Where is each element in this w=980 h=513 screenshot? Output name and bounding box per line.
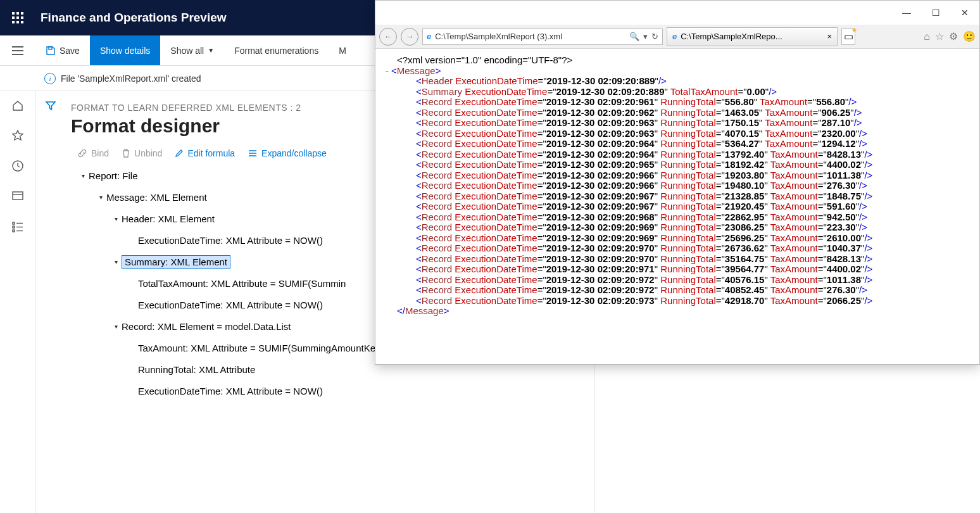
- nav-toggle[interactable]: [0, 35, 35, 65]
- save-button[interactable]: Save: [35, 35, 90, 65]
- caret-icon[interactable]: ▾: [111, 323, 120, 330]
- show-all-button[interactable]: Show all ▼: [160, 35, 224, 65]
- browser-tab[interactable]: e C:\Temp\SampleXmlRepo... ×: [667, 27, 838, 46]
- app-title: Finance and Operations Preview: [35, 11, 227, 25]
- filter-column: [35, 91, 66, 513]
- filter-icon[interactable]: [45, 100, 56, 513]
- edit-formula-button[interactable]: Edit formula: [175, 148, 235, 158]
- nav-back[interactable]: ←: [379, 28, 397, 46]
- expand-collapse-button[interactable]: Expand/collapse: [248, 148, 327, 158]
- unbind-button[interactable]: Unbind: [122, 148, 162, 158]
- tree-label: Report: File: [89, 170, 138, 181]
- ie-titlebar[interactable]: — ☐ ✕: [375, 1, 979, 25]
- svg-rect-16: [13, 192, 23, 200]
- nav-rail: [0, 91, 35, 513]
- show-details-button[interactable]: Show details: [90, 35, 160, 65]
- info-message: File 'SampleXmlReport.xml' created: [61, 73, 201, 84]
- pencil-icon: [175, 149, 184, 158]
- svg-rect-18: [13, 222, 15, 224]
- tree-label: ExecutionDateTime: XML Attribute = NOW(): [138, 386, 323, 396]
- trash-icon: [122, 148, 130, 158]
- home-icon[interactable]: ⌂: [924, 31, 930, 42]
- ie-logo-icon: e: [672, 32, 677, 41]
- chevron-down-icon: ▼: [208, 47, 214, 54]
- nav-forward[interactable]: →: [401, 28, 418, 46]
- tools-icon[interactable]: ⚙: [949, 30, 958, 42]
- dropdown-icon[interactable]: ▾: [643, 32, 648, 41]
- waffle-icon: [12, 12, 23, 23]
- tree-label: Header: XML Element: [122, 213, 215, 224]
- svg-rect-1: [16, 12, 19, 15]
- format-enumerations-button[interactable]: Format enumerations: [224, 35, 329, 65]
- waffle-menu[interactable]: [0, 0, 35, 35]
- svg-rect-4: [16, 16, 19, 19]
- tree-label: Record: XML Element = model.Data.List: [122, 321, 291, 332]
- list-icon: [248, 149, 258, 157]
- ie-toolbar: ← → e C:\Temp\SampleXmlReport (3).xml 🔍▾…: [375, 25, 979, 49]
- svg-rect-7: [16, 21, 19, 23]
- tree-node[interactable]: ExecutionDateTime: XML Attribute = NOW(): [79, 380, 594, 402]
- save-icon: [46, 46, 56, 56]
- svg-rect-14: [49, 47, 52, 49]
- svg-rect-6: [12, 21, 15, 23]
- tree-label: RunningTotal: XML Attribute: [138, 364, 255, 375]
- bind-button[interactable]: Bind: [77, 148, 109, 158]
- xml-viewer[interactable]: <?xml version="1.0" encoding="UTF-8"?>-<…: [375, 49, 979, 364]
- home-icon[interactable]: [11, 99, 24, 114]
- workspace-icon[interactable]: [11, 190, 24, 205]
- caret-icon[interactable]: ▾: [111, 215, 120, 222]
- caret-icon[interactable]: ▾: [79, 172, 87, 179]
- recent-icon[interactable]: [11, 160, 24, 175]
- hamburger-icon: [12, 46, 23, 55]
- caret-icon[interactable]: ▾: [111, 258, 120, 265]
- smiley-icon[interactable]: 🙂: [963, 30, 976, 42]
- address-bar[interactable]: e C:\Temp\SampleXmlReport (3).xml 🔍▾↻: [422, 28, 663, 45]
- svg-rect-19: [13, 226, 15, 228]
- refresh-icon[interactable]: ↻: [651, 32, 658, 41]
- new-tab-button[interactable]: ▭★: [841, 28, 855, 45]
- favorite-icon[interactable]: [11, 129, 24, 144]
- modules-icon[interactable]: [11, 220, 24, 236]
- link-icon: [77, 148, 87, 158]
- svg-rect-5: [21, 16, 23, 19]
- window-close[interactable]: ✕: [950, 1, 979, 25]
- info-icon: i: [44, 73, 56, 84]
- ie-window: — ☐ ✕ ← → e C:\Temp\SampleXmlReport (3).…: [375, 0, 980, 365]
- tree-label: ExecutionDateTime: XML Attribute = NOW(): [138, 235, 323, 246]
- search-icon[interactable]: 🔍: [629, 32, 639, 41]
- svg-rect-3: [12, 16, 15, 19]
- tree-label: Message: XML Element: [106, 192, 207, 203]
- tree-label: TotalTaxAmount: XML Attribute = SUMIF(Su…: [138, 278, 346, 289]
- more-button[interactable]: M: [329, 35, 356, 65]
- svg-rect-2: [21, 12, 23, 15]
- tab-close-icon[interactable]: ×: [827, 32, 832, 41]
- ie-logo-icon: e: [427, 32, 431, 41]
- favorites-icon[interactable]: ☆: [935, 30, 944, 42]
- caret-icon[interactable]: ▾: [96, 194, 105, 201]
- svg-rect-8: [21, 21, 23, 23]
- window-minimize[interactable]: —: [892, 1, 921, 25]
- svg-rect-20: [13, 230, 15, 232]
- svg-rect-0: [12, 12, 15, 15]
- tab-title: C:\Temp\SampleXmlRepo...: [681, 32, 823, 41]
- tree-label: ExecutionDateTime: XML Attribute = NOW(): [138, 300, 323, 310]
- tree-label: Summary: XML Element: [122, 255, 230, 269]
- window-maximize[interactable]: ☐: [921, 1, 950, 25]
- url-display: C:\Temp\SampleXmlReport (3).xml: [435, 32, 562, 41]
